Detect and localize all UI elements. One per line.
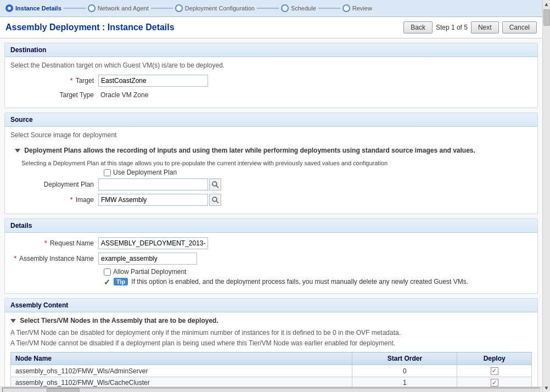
right-scrollbar[interactable]: ▲ ▼ [542, 0, 550, 392]
back-button[interactable]: Back [403, 21, 433, 33]
tip-row: ✓ Tip If this option is enabled, and the… [104, 278, 532, 287]
start-order-cell: 0 [352, 365, 457, 377]
triangle-icon [15, 149, 20, 153]
step-label-3: Deployment Configuration [185, 5, 255, 12]
image-search-button[interactable] [209, 194, 221, 206]
svg-point-2 [212, 197, 217, 201]
target-type-value: Oracle VM Zone [98, 90, 150, 100]
deploy-checkbox[interactable] [491, 379, 498, 387]
col-start-order: Start Order [352, 352, 457, 365]
step-label-1: Instance Details [15, 5, 61, 12]
assembly-content-title: Assembly Content [10, 301, 68, 309]
source-section-body: Select Source image for deployment Deplo… [5, 127, 537, 214]
wizard-step-deployment-config[interactable]: Deployment Configuration [175, 4, 255, 12]
table-row: assembly_ohs_1102/FMW_Wls/AdminServer0 [11, 365, 532, 377]
col-node-name: Node Name [11, 352, 352, 365]
image-row: * Image [10, 194, 532, 206]
start-order-cell: 1 [352, 377, 457, 387]
assembly-select-note: Select Tiers/VM Nodes in the Assembly th… [10, 317, 532, 324]
tip-text: If this option is enabled, and the deplo… [131, 278, 468, 285]
assembly-note1: A Tier/VM Node can be disabled for deplo… [10, 328, 532, 349]
wizard-steps-bar: Instance Details Network and Agent Deplo… [0, 0, 542, 17]
details-section-header: Details [5, 219, 537, 233]
wizard-step-instance-details[interactable]: Instance Details [5, 4, 61, 12]
assembly-select-bold: Select Tiers/VM Nodes in the Assembly th… [20, 317, 218, 324]
header-row: Assembly Deployment : Instance Details B… [0, 17, 542, 38]
details-section-body: * Request Name * Assembly Instance Name [5, 233, 537, 293]
main-content: Destination Select the Destination targe… [0, 38, 542, 387]
details-section: Details * Request Name * Assembly Instan… [4, 219, 538, 294]
assembly-table: Node Name Start Order Deploy assembly_oh… [10, 352, 532, 387]
next-button[interactable]: Next [471, 21, 499, 33]
request-name-input[interactable] [98, 237, 208, 249]
wizard-step-network[interactable]: Network and Agent [88, 4, 149, 12]
use-deploy-plan-checkbox[interactable] [104, 169, 111, 176]
table-row: assembly_ohs_1102/FMW_Wls/CacheCluster1 [11, 377, 532, 387]
step-label-4: Schedule [291, 5, 316, 12]
details-title: Details [10, 222, 32, 229]
image-label: * Image [10, 196, 98, 204]
destination-section: Destination Select the Destination targe… [4, 43, 538, 108]
wizard-step-review[interactable]: Review [343, 4, 372, 12]
target-label: * Target [10, 77, 98, 85]
target-required-star: * [70, 77, 73, 85]
target-row: * Target [10, 75, 532, 87]
step-circle-2 [88, 4, 96, 12]
cancel-button[interactable]: Cancel [502, 21, 537, 33]
destination-section-body: Select the Destination target on which G… [5, 57, 537, 108]
assembly-table-body: assembly_ohs_1102/FMW_Wls/AdminServer0as… [11, 365, 532, 387]
deploy-plan-row: Deployment Plan [10, 178, 532, 191]
request-name-label: * Request Name [10, 239, 98, 247]
tip-check-icon: ✓ [104, 278, 110, 287]
target-input[interactable] [98, 75, 208, 87]
step-circle-4 [281, 4, 289, 12]
allow-partial-checkbox[interactable] [104, 268, 111, 276]
node-name-cell: assembly_ohs_1102/FMW_Wls/AdminServer [11, 365, 352, 377]
scroll-down-arrow[interactable]: ▼ [543, 384, 550, 392]
source-description: Select Source image for deployment [10, 131, 532, 141]
svg-line-1 [216, 186, 218, 188]
assembly-table-header-row: Node Name Start Order Deploy [11, 352, 532, 365]
step-circle-3 [175, 4, 183, 12]
step-info: Step 1 of 5 [436, 24, 468, 31]
page-title: Assembly Deployment : Instance Details [5, 23, 175, 32]
assembly-triangle-icon [10, 319, 16, 323]
node-name-cell: assembly_ohs_1102/FMW_Wls/CacheCluster [11, 377, 352, 387]
deploy-plan-search-button[interactable] [209, 178, 221, 191]
destination-title: Destination [10, 46, 46, 54]
step-circle-1 [5, 4, 13, 12]
assembly-instance-required-star: * [14, 255, 17, 262]
image-input[interactable] [98, 194, 208, 206]
scrollbar-thumb[interactable] [543, 9, 550, 26]
image-required-star: * [70, 196, 73, 204]
request-name-row: * Request Name [10, 237, 532, 249]
svg-line-3 [216, 201, 218, 203]
wizard-step-schedule[interactable]: Schedule [281, 4, 316, 12]
assembly-instance-input[interactable] [98, 253, 197, 265]
header-actions: Back Step 1 of 5 Next Cancel [403, 21, 537, 33]
image-search-icon [211, 196, 219, 204]
svg-point-0 [212, 182, 217, 186]
deploy-plan-bold-text: Deployment Plans allows the recording of… [24, 147, 475, 154]
deploy-plan-input[interactable] [98, 178, 208, 191]
deploy-checkbox[interactable] [491, 367, 498, 375]
step-label-5: Review [352, 5, 372, 12]
allow-partial-row: Allow Partial Deployment [104, 268, 532, 276]
deploy-cell [457, 377, 532, 387]
step-connector-1 [64, 8, 86, 9]
deploy-plan-label: Deployment Plan [10, 181, 98, 188]
bottom-scrollbar[interactable] [0, 387, 542, 392]
destination-description: Select the Destination target on which G… [10, 61, 532, 71]
source-title: Source [10, 116, 33, 124]
scroll-up-arrow[interactable]: ▲ [543, 0, 550, 8]
assembly-content-section: Assembly Content Select Tiers/VM Nodes i… [4, 298, 538, 387]
deploy-cell [457, 365, 532, 377]
use-deploy-plan-label: Use Deployment Plan [113, 169, 177, 176]
tip-badge: Tip [114, 278, 128, 285]
step-label-2: Network and Agent [98, 5, 149, 12]
target-type-row: Target Type Oracle VM Zone [10, 90, 532, 100]
target-type-label: Target Type [10, 91, 98, 99]
step-circle-5 [343, 4, 350, 12]
step-connector-4 [318, 8, 340, 9]
col-deploy: Deploy [457, 352, 532, 365]
